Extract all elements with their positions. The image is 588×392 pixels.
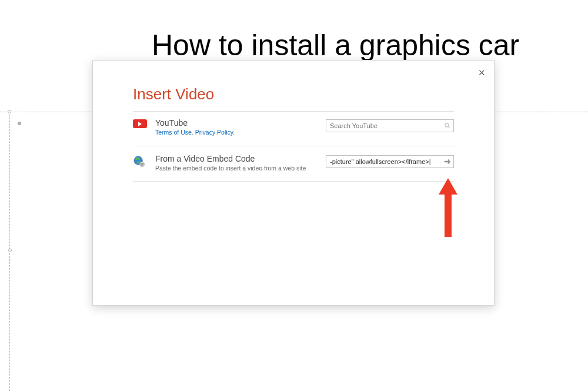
svg-point-0: [445, 123, 448, 126]
divider: [133, 111, 454, 112]
youtube-search-input[interactable]: [326, 119, 454, 132]
embed-text-block: From a Video Embed Code Paste the embed …: [155, 154, 326, 173]
search-icon[interactable]: [443, 122, 451, 129]
youtube-search-wrap: [326, 118, 454, 132]
youtube-row: YouTube Terms of Use. Privacy Policy.: [133, 118, 454, 137]
terms-of-use-link[interactable]: Terms of Use: [155, 129, 192, 136]
slide-handle[interactable]: [8, 249, 12, 252]
svg-point-4: [139, 162, 144, 166]
dialog-title: Insert Video: [133, 85, 214, 103]
youtube-links: Terms of Use. Privacy Policy.: [155, 129, 314, 137]
youtube-icon: [133, 118, 155, 128]
slide-handle[interactable]: [8, 110, 11, 113]
slide-title-text: How to install a graphics car: [152, 28, 519, 62]
privacy-policy-link[interactable]: Privacy Policy: [195, 129, 233, 136]
youtube-title: YouTube: [155, 118, 314, 128]
embed-row: From a Video Embed Code Paste the embed …: [133, 154, 454, 173]
divider: [133, 181, 454, 182]
svg-line-1: [448, 126, 450, 128]
globe-icon: [133, 154, 155, 168]
embed-code-input[interactable]: [326, 155, 454, 168]
sep: .: [233, 129, 235, 136]
embed-description: Paste the embed code to insert a video f…: [155, 165, 314, 173]
embed-title: From a Video Embed Code: [155, 154, 314, 163]
slide-bullet: [18, 122, 21, 125]
close-icon[interactable]: ✕: [478, 68, 486, 78]
youtube-text-block: YouTube Terms of Use. Privacy Policy.: [155, 118, 326, 137]
divider: [133, 146, 454, 146]
arrow-right-icon[interactable]: [443, 158, 451, 165]
embed-input-wrap: [326, 154, 454, 168]
insert-video-dialog: ✕ Insert Video YouTube Terms of Use. Pri…: [92, 60, 495, 306]
